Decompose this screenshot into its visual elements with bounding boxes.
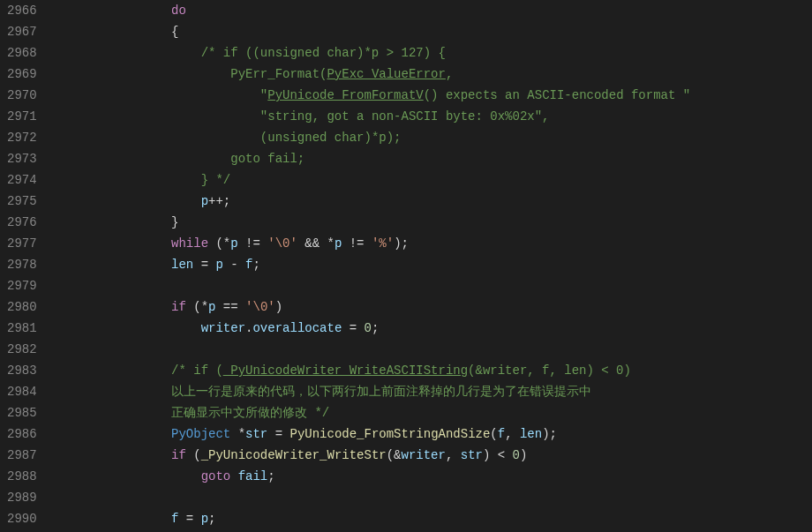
line-number: 2978 <box>7 254 37 275</box>
line-number: 2977 <box>7 233 37 254</box>
token: , <box>446 67 453 81</box>
code-line[interactable]: 正确显示中文所做的修改 */ <box>53 402 812 423</box>
token: p <box>215 258 222 272</box>
code-line[interactable]: PyErr_Format(PyExc_ValueError, <box>53 64 812 85</box>
token: ; <box>372 321 379 335</box>
token: PyUnicode_FromStringAndSize <box>290 427 491 441</box>
token: } <box>171 215 178 229</box>
code-line[interactable]: } */ <box>53 169 812 191</box>
line-number: 2969 <box>7 64 37 85</box>
token: while <box>171 236 208 251</box>
token: (& <box>387 448 402 462</box>
token: "string, got a non-ASCII byte: 0x%02x", <box>260 109 550 124</box>
token: != <box>238 236 268 251</box>
token: PyErr_Format( <box>230 67 327 81</box>
token: if <box>171 300 186 314</box>
line-number: 2979 <box>7 275 37 296</box>
line-number: 2983 <box>7 360 37 381</box>
token: _PyUnicodeWriter_WriteASCIIString <box>223 363 468 378</box>
line-number: 2973 <box>7 148 37 169</box>
token: " <box>260 88 267 102</box>
code-line[interactable]: len = p - f; <box>53 254 812 275</box>
token: != <box>342 236 372 251</box>
token: ); <box>542 427 557 441</box>
token: fail <box>238 469 268 483</box>
code-line[interactable]: /* if ((unsigned char)*p > 127) { <box>53 42 812 64</box>
token: /* if ( <box>171 363 223 378</box>
token: = <box>342 321 364 335</box>
token: = <box>193 258 215 272</box>
code-line[interactable]: (unsigned char)*p); <box>53 127 812 148</box>
token: str <box>245 427 267 441</box>
token: ( <box>186 448 201 462</box>
code-line[interactable] <box>53 275 812 296</box>
token: ( <box>490 427 497 441</box>
code-line[interactable] <box>53 339 812 360</box>
line-number: 2966 <box>7 0 37 21</box>
token: (* <box>186 300 208 314</box>
code-line[interactable]: goto fail; <box>53 148 812 169</box>
token: f <box>245 258 252 272</box>
code-line[interactable]: do <box>53 0 812 21</box>
token: 以上一行是原来的代码，以下两行加上前面注释掉的几行是为了在错误提示中 <box>171 385 591 399</box>
code-line[interactable]: "PyUnicode_FromFormatV() expects an ASCI… <box>53 85 812 106</box>
token: _PyUnicodeWriter_WriteStr <box>201 448 387 462</box>
line-number: 2989 <box>7 487 37 508</box>
line-number: 2984 <box>7 381 37 402</box>
token: == <box>215 300 245 314</box>
token: ); <box>394 236 409 251</box>
code-line[interactable]: while (*p != '\0' && *p != '%'); <box>53 233 812 254</box>
code-line[interactable]: if (*p == '\0') <box>53 296 812 318</box>
token: goto fail; <box>230 152 304 166</box>
line-number: 2980 <box>7 296 37 318</box>
token: (unsigned char)*p); <box>260 131 402 145</box>
token: '%' <box>372 236 394 251</box>
token: goto <box>201 469 231 483</box>
code-line[interactable]: writer.overallocate = 0; <box>53 318 812 339</box>
token: 正确显示中文所做的修改 */ <box>171 406 329 420</box>
code-line[interactable]: p++; <box>53 191 812 212</box>
token: () expects an ASCII-encoded format " <box>424 88 690 102</box>
line-number: 2974 <box>7 169 37 191</box>
code-area[interactable]: do { /* if ((unsigned char)*p > 127) { P… <box>53 0 812 532</box>
token: ; <box>267 469 274 483</box>
token: PyExc_ValueError <box>327 67 445 81</box>
token: 0 <box>365 321 372 335</box>
code-line[interactable]: goto fail; <box>53 466 812 487</box>
token: PyUnicode_FromFormatV <box>267 88 423 102</box>
code-line[interactable]: f = p; <box>53 508 812 529</box>
line-number: 2986 <box>7 423 37 445</box>
token: len <box>520 427 542 441</box>
token: writer <box>402 448 446 462</box>
token: do <box>171 4 186 18</box>
code-line[interactable]: 以上一行是原来的代码，以下两行加上前面注释掉的几行是为了在错误提示中 <box>53 381 812 402</box>
code-line[interactable]: PyObject *str = PyUnicode_FromStringAndS… <box>53 423 812 445</box>
token: if <box>171 448 186 462</box>
token: ; <box>253 258 260 272</box>
code-editor[interactable]: 2966296729682969297029712972297329742975… <box>0 0 812 532</box>
token: overallocate <box>252 321 342 335</box>
token: - <box>223 258 245 272</box>
token: ) < <box>483 448 513 462</box>
line-number: 2970 <box>7 85 37 106</box>
line-number: 2967 <box>7 21 37 42</box>
line-number: 2990 <box>7 508 37 529</box>
token: p <box>201 512 208 526</box>
token: 0 <box>513 448 520 462</box>
token: * <box>230 427 245 441</box>
code-line[interactable]: } <box>53 212 812 233</box>
token: ++; <box>208 194 230 208</box>
token: str <box>461 448 483 462</box>
code-line[interactable]: "string, got a non-ASCII byte: 0x%02x", <box>53 106 812 127</box>
token: (* <box>208 236 230 251</box>
code-line[interactable]: /* if (_PyUnicodeWriter_WriteASCIIString… <box>53 360 812 381</box>
line-number: 2968 <box>7 42 37 64</box>
code-line[interactable]: if (_PyUnicodeWriter_WriteStr(&writer, s… <box>53 445 812 466</box>
token: = <box>178 512 200 526</box>
code-line[interactable]: { <box>53 21 812 42</box>
token: , <box>505 427 520 441</box>
code-line[interactable] <box>53 487 812 508</box>
token: ; <box>208 512 215 526</box>
line-number: 2982 <box>7 339 37 360</box>
line-number: 2976 <box>7 212 37 233</box>
